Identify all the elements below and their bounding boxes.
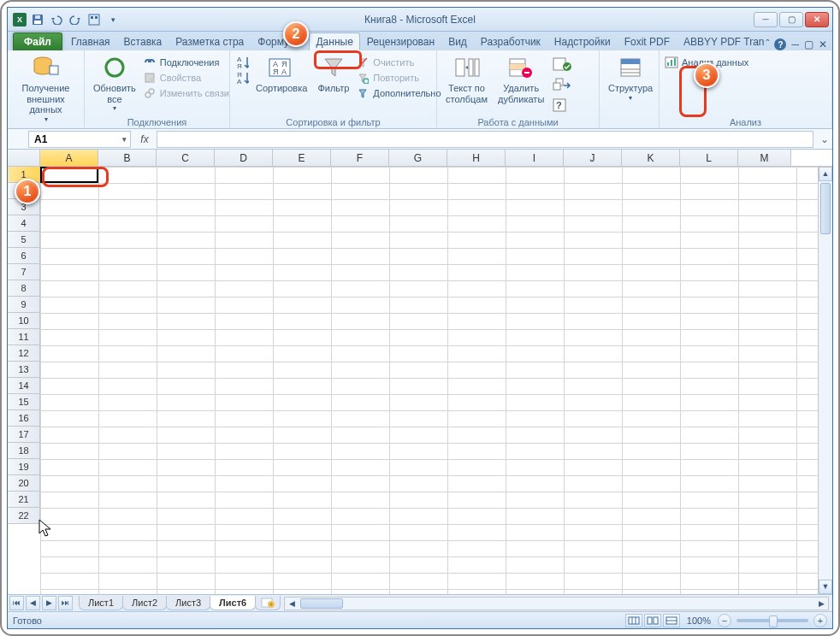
tab-insert[interactable]: Вставка	[117, 32, 169, 50]
scroll-down-icon[interactable]: ▼	[819, 580, 832, 594]
edit-links-button[interactable]: Изменить связи	[143, 86, 229, 100]
col-J[interactable]: J	[564, 150, 622, 166]
minimize-ribbon-icon[interactable]: ˆ	[766, 38, 769, 50]
row-18[interactable]: 18	[8, 443, 40, 459]
maximize-button[interactable]: ▢	[779, 12, 803, 27]
qat-dropdown-icon[interactable]: ▾	[105, 12, 121, 27]
next-sheet-button[interactable]: ▶	[42, 596, 56, 610]
col-I[interactable]: I	[506, 150, 564, 166]
row-8[interactable]: 8	[8, 280, 40, 297]
col-H[interactable]: H	[447, 150, 506, 166]
tab-foxit[interactable]: Foxit PDF	[618, 32, 677, 50]
row-19[interactable]: 19	[8, 459, 40, 475]
wb-close-icon[interactable]: ✕	[819, 38, 827, 50]
filter-button[interactable]: Фильтр	[314, 52, 352, 96]
col-A[interactable]: A	[40, 150, 98, 166]
hscroll-thumb[interactable]	[300, 598, 343, 609]
view-layout-button[interactable]	[644, 614, 661, 627]
consolidate-button[interactable]	[551, 76, 573, 93]
sheet-tab-1[interactable]: Лист1	[79, 596, 123, 610]
clear-filter-button[interactable]: Очистить	[356, 56, 441, 69]
zoom-out-button[interactable]: −	[718, 614, 731, 627]
undo-icon[interactable]	[49, 12, 64, 27]
prev-sheet-button[interactable]: ◀	[26, 596, 40, 610]
select-all-corner[interactable]	[8, 150, 40, 166]
zoom-slider[interactable]	[736, 619, 808, 622]
row-9[interactable]: 9	[8, 297, 40, 313]
advanced-filter-button[interactable]: Дополнительно	[356, 86, 441, 100]
connections-button[interactable]: Подключения	[143, 56, 229, 69]
data-validation-button[interactable]	[551, 56, 573, 73]
scroll-right-icon[interactable]: ▶	[814, 599, 828, 608]
scroll-left-icon[interactable]: ◀	[285, 599, 299, 608]
zoom-in-button[interactable]: +	[813, 614, 827, 627]
row-14[interactable]: 14	[8, 378, 40, 394]
scroll-thumb[interactable]	[820, 183, 831, 234]
row-13[interactable]: 13	[8, 362, 40, 378]
close-button[interactable]: ✕	[805, 12, 829, 27]
row-17[interactable]: 17	[8, 427, 40, 443]
refresh-all-button[interactable]: Обновить все ▾	[90, 52, 139, 114]
sheet-tab-4[interactable]: Лист6	[210, 596, 256, 610]
col-E[interactable]: E	[273, 150, 331, 166]
row-20[interactable]: 20	[8, 475, 40, 492]
sort-button[interactable]: АЯЯА Сортировка	[252, 52, 311, 96]
text-to-columns-button[interactable]: Текст по столбцам	[442, 52, 491, 106]
redo-icon[interactable]	[68, 12, 83, 27]
active-cell[interactable]	[40, 167, 98, 183]
sort-desc-button[interactable]: ЯА	[235, 71, 249, 85]
sheet-tab-3[interactable]: Лист3	[166, 596, 210, 610]
tab-layout[interactable]: Разметка стра	[169, 32, 251, 50]
tab-home[interactable]: Главная	[64, 32, 117, 50]
outline-button[interactable]: Структура ▾	[605, 52, 656, 103]
vertical-scrollbar[interactable]: ▲ ▼	[818, 167, 832, 594]
reapply-button[interactable]: Повторить	[356, 71, 441, 85]
horizontal-scrollbar[interactable]: ◀ ▶	[284, 597, 829, 610]
formula-input[interactable]	[157, 131, 813, 148]
expand-formula-bar[interactable]: ⌄	[817, 133, 832, 145]
col-F[interactable]: F	[331, 150, 389, 166]
cells-area[interactable]	[40, 167, 832, 594]
file-tab[interactable]: Файл	[13, 32, 62, 50]
row-10[interactable]: 10	[8, 313, 40, 329]
col-G[interactable]: G	[389, 150, 447, 166]
new-sheet-button[interactable]	[255, 596, 281, 610]
save-icon[interactable]	[30, 12, 45, 27]
row-16[interactable]: 16	[8, 410, 40, 427]
tab-developer[interactable]: Разработчик	[474, 32, 547, 50]
row-4[interactable]: 4	[8, 215, 40, 232]
properties-button[interactable]: Свойства	[143, 71, 229, 85]
name-box[interactable]: A1	[28, 131, 131, 148]
view-normal-button[interactable]	[625, 614, 642, 627]
tab-data[interactable]: Данные	[309, 32, 359, 50]
get-external-data-button[interactable]: Получение внешних данных ▾	[13, 52, 79, 125]
qat-custom-icon[interactable]	[86, 12, 102, 27]
row-11[interactable]: 11	[8, 329, 40, 345]
tab-addins[interactable]: Надстройки	[547, 32, 618, 50]
scroll-up-icon[interactable]: ▲	[819, 167, 832, 181]
remove-duplicates-button[interactable]: Удалить дубликаты	[494, 52, 547, 106]
first-sheet-button[interactable]: ⏮	[9, 596, 24, 610]
view-pagebreak-button[interactable]	[663, 614, 680, 627]
tab-abbyy[interactable]: ABBYY PDF Tran	[677, 32, 771, 50]
tab-view[interactable]: Вид	[441, 32, 474, 50]
col-B[interactable]: B	[98, 150, 157, 166]
zoom-level[interactable]: 100%	[687, 615, 711, 626]
row-21[interactable]: 21	[8, 492, 40, 508]
col-M[interactable]: M	[738, 150, 791, 166]
col-L[interactable]: L	[680, 150, 738, 166]
wb-restore-icon[interactable]: ▢	[804, 38, 813, 50]
tab-review[interactable]: Рецензирован	[360, 32, 441, 50]
whatif-button[interactable]: ?	[551, 97, 573, 114]
row-7[interactable]: 7	[8, 264, 40, 280]
row-6[interactable]: 6	[8, 248, 40, 264]
sort-asc-button[interactable]: АЯ	[235, 56, 249, 69]
col-C[interactable]: C	[157, 150, 215, 166]
row-5[interactable]: 5	[8, 232, 40, 248]
sheet-tab-2[interactable]: Лист2	[122, 596, 167, 610]
row-22[interactable]: 22	[8, 508, 40, 524]
wb-minimize-icon[interactable]: ─	[791, 38, 799, 50]
col-K[interactable]: K	[622, 150, 680, 166]
row-15[interactable]: 15	[8, 394, 40, 410]
col-D[interactable]: D	[215, 150, 273, 166]
